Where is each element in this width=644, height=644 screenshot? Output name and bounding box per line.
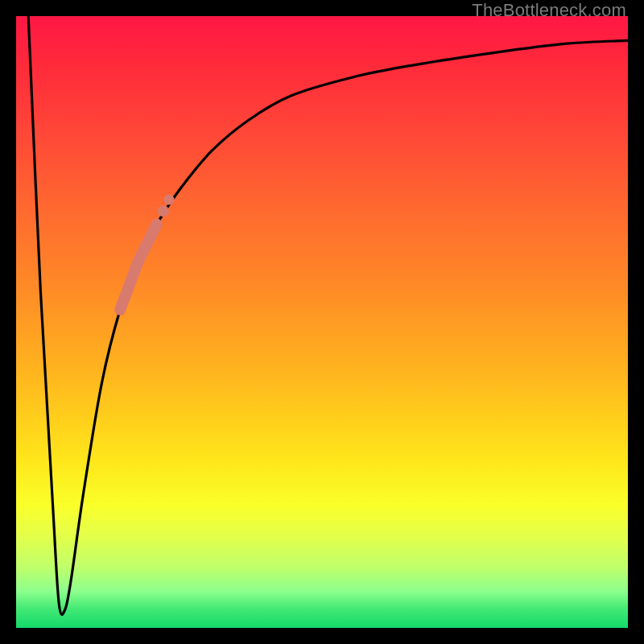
highlight-segment <box>120 224 157 309</box>
bottleneck-curve <box>28 16 628 614</box>
plot-area <box>16 16 628 628</box>
highlight-dot <box>164 194 175 204</box>
curve-svg <box>16 16 628 628</box>
highlight-blob <box>120 194 174 309</box>
chart-frame: TheBottleneck.com <box>0 0 644 644</box>
highlight-dot <box>158 205 169 217</box>
